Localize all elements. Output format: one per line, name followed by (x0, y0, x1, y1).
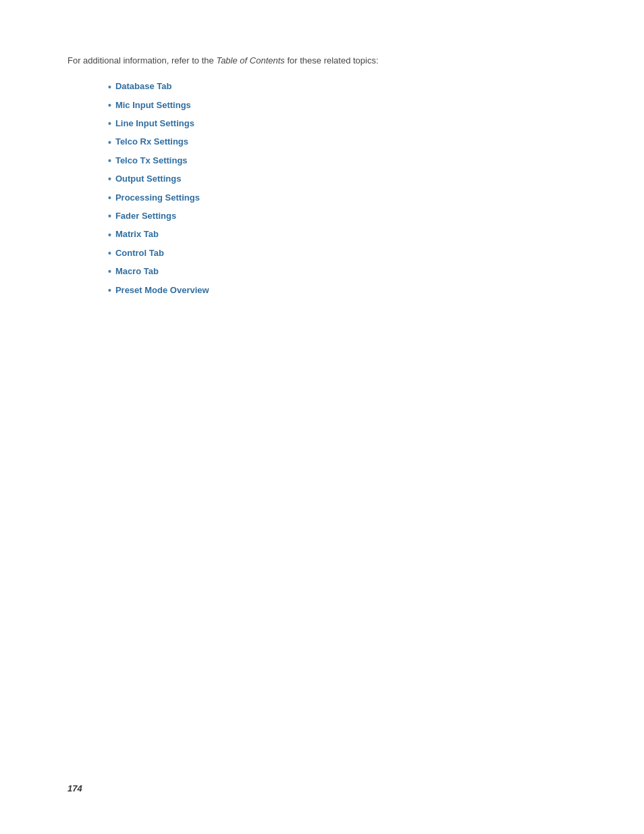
bullet-icon: • (108, 264, 111, 279)
topic-link-9[interactable]: Control Tab (115, 246, 164, 261)
topic-link-3[interactable]: Telco Rx Settings (115, 135, 188, 149)
topic-link-6[interactable]: Processing Settings (115, 191, 200, 205)
bullet-icon: • (108, 116, 111, 131)
list-item: •Output Settings (108, 172, 576, 186)
list-item: •Telco Rx Settings (108, 135, 576, 150)
topic-link-0[interactable]: Database Tab (115, 80, 172, 94)
topic-link-10[interactable]: Macro Tab (115, 265, 159, 279)
list-item: •Line Input Settings (108, 116, 576, 131)
topic-link-1[interactable]: Mic Input Settings (115, 99, 191, 113)
topic-link-4[interactable]: Telco Tx Settings (115, 154, 188, 168)
page-content: For additional information, refer to the… (0, 0, 644, 355)
topic-link-8[interactable]: Matrix Tab (115, 228, 159, 242)
topic-link-7[interactable]: Fader Settings (115, 209, 176, 224)
topic-link-11[interactable]: Preset Mode Overview (115, 284, 209, 298)
list-item: •Matrix Tab (108, 228, 576, 242)
list-item: •Macro Tab (108, 264, 576, 279)
page-number: 174 (68, 783, 82, 793)
intro-link-text: Table of Contents (216, 55, 284, 66)
list-item: •Mic Input Settings (108, 98, 576, 113)
related-topics-list: •Database Tab•Mic Input Settings•Line In… (108, 80, 576, 298)
list-item: •Database Tab (108, 80, 576, 95)
intro-paragraph: For additional information, refer to the… (68, 54, 576, 68)
intro-prefix: For additional information, refer to the (68, 55, 216, 66)
list-item: •Telco Tx Settings (108, 153, 576, 168)
bullet-icon: • (108, 246, 111, 261)
bullet-icon: • (108, 283, 111, 298)
bullet-icon: • (108, 153, 111, 168)
bullet-icon: • (108, 172, 111, 186)
list-item: •Preset Mode Overview (108, 283, 576, 298)
bullet-icon: • (108, 228, 111, 242)
bullet-icon: • (108, 80, 111, 95)
topic-link-2[interactable]: Line Input Settings (115, 117, 194, 131)
list-item: •Control Tab (108, 246, 576, 261)
list-item: •Processing Settings (108, 190, 576, 205)
topic-link-5[interactable]: Output Settings (115, 172, 182, 186)
list-item: •Fader Settings (108, 209, 576, 224)
bullet-icon: • (108, 98, 111, 113)
bullet-icon: • (108, 209, 111, 224)
intro-suffix: for these related topics: (285, 55, 379, 66)
bullet-icon: • (108, 135, 111, 150)
bullet-icon: • (108, 190, 111, 205)
